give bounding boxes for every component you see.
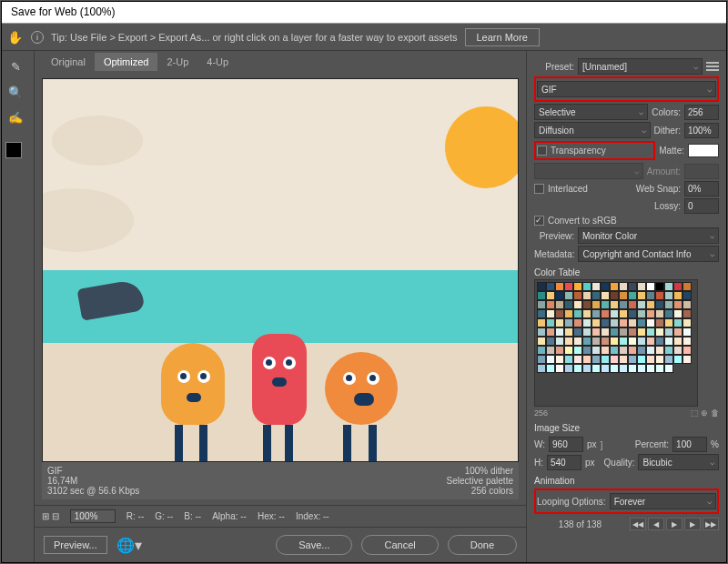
color-swatch[interactable] [628, 327, 637, 337]
color-swatch[interactable] [619, 300, 628, 309]
color-swatch[interactable] [610, 300, 619, 309]
color-swatch[interactable] [546, 346, 555, 355]
color-swatch[interactable] [537, 364, 546, 373]
color-swatch[interactable] [637, 291, 646, 300]
color-swatch[interactable] [655, 291, 664, 300]
quality-select[interactable]: Bicubic [638, 454, 719, 470]
color-swatch[interactable] [537, 300, 546, 309]
color-swatch[interactable] [682, 282, 692, 291]
color-swatch[interactable] [655, 355, 664, 364]
color-swatch[interactable] [592, 291, 601, 300]
ct-new-icon[interactable]: ⊕ [701, 408, 708, 418]
eyedropper-tool-icon[interactable]: ✍ [5, 107, 25, 127]
tab-optimized[interactable]: Optimized [95, 53, 158, 71]
color-swatch[interactable] [646, 346, 655, 355]
hand-tool-icon[interactable]: ✋ [5, 28, 24, 46]
color-swatch[interactable] [628, 355, 637, 364]
color-swatch[interactable] [564, 364, 573, 373]
color-swatch[interactable] [628, 364, 637, 373]
color-swatch[interactable] [555, 291, 564, 300]
color-swatch[interactable] [592, 318, 601, 327]
eyedropper-color-swatch[interactable] [5, 142, 22, 158]
preset-select[interactable]: [Unnamed] [578, 58, 703, 75]
transparency-dither-select[interactable] [534, 163, 643, 179]
srgb-checkbox[interactable] [534, 216, 544, 226]
color-swatch[interactable] [673, 309, 682, 318]
color-swatch[interactable] [537, 355, 546, 364]
color-swatch[interactable] [592, 364, 601, 373]
zoom-tool-icon[interactable]: 🔍 [5, 82, 25, 102]
color-swatch[interactable] [582, 346, 592, 355]
websnap-field[interactable] [684, 181, 719, 196]
color-swatch[interactable] [573, 282, 582, 291]
color-swatch[interactable] [573, 355, 582, 364]
preview-canvas[interactable] [42, 78, 519, 462]
color-swatch[interactable] [601, 337, 610, 346]
color-swatch[interactable] [682, 318, 692, 327]
color-swatch[interactable] [610, 309, 619, 318]
color-swatch[interactable] [546, 291, 555, 300]
color-swatch[interactable] [637, 300, 646, 309]
color-swatch[interactable] [628, 346, 637, 355]
anim-next-button[interactable]: ▶ [684, 518, 701, 530]
color-swatch[interactable] [637, 364, 646, 373]
color-swatch[interactable] [582, 291, 592, 300]
color-swatch[interactable] [664, 309, 673, 318]
transparency-checkbox[interactable] [537, 146, 547, 156]
color-swatch[interactable] [582, 309, 592, 318]
slice-select-tool-icon[interactable]: ✎ [5, 56, 25, 76]
color-swatch[interactable] [646, 318, 655, 327]
tab-4up[interactable]: 4-Up [197, 53, 238, 71]
color-swatch[interactable] [682, 327, 692, 337]
color-swatch[interactable] [555, 309, 564, 318]
color-swatch[interactable] [673, 327, 682, 337]
color-swatch[interactable] [628, 300, 637, 309]
color-swatch[interactable] [610, 337, 619, 346]
color-swatch[interactable] [546, 318, 555, 327]
color-swatch[interactable] [619, 337, 628, 346]
done-button[interactable]: Done [448, 535, 517, 555]
color-swatch[interactable] [546, 327, 555, 337]
color-swatch[interactable] [601, 300, 610, 309]
height-field[interactable] [547, 455, 581, 470]
color-swatch[interactable] [673, 318, 682, 327]
color-swatch[interactable] [564, 291, 573, 300]
colors-field[interactable] [684, 105, 719, 120]
color-swatch[interactable] [582, 327, 592, 337]
color-swatch[interactable] [655, 327, 664, 337]
color-swatch[interactable] [537, 282, 546, 291]
lossy-field[interactable] [684, 198, 719, 214]
color-swatch[interactable] [637, 355, 646, 364]
color-swatch[interactable] [592, 355, 601, 364]
ct-lock-icon[interactable]: ⬚ [691, 408, 699, 418]
percent-field[interactable] [672, 437, 707, 452]
color-swatch[interactable] [646, 309, 655, 318]
color-swatch[interactable] [546, 355, 555, 364]
color-swatch[interactable] [573, 300, 582, 309]
color-swatch[interactable] [537, 309, 546, 318]
color-swatch[interactable] [664, 337, 673, 346]
color-swatch[interactable] [601, 291, 610, 300]
color-swatch[interactable] [573, 291, 582, 300]
color-swatch[interactable] [628, 309, 637, 318]
color-swatch[interactable] [601, 318, 610, 327]
color-swatch[interactable] [555, 282, 564, 291]
color-swatch[interactable] [555, 346, 564, 355]
color-swatch[interactable] [537, 318, 546, 327]
color-swatch[interactable] [673, 291, 682, 300]
color-swatch[interactable] [564, 318, 573, 327]
color-swatch[interactable] [582, 355, 592, 364]
color-swatch[interactable] [592, 309, 601, 318]
color-swatch[interactable] [610, 346, 619, 355]
color-table-grid[interactable] [534, 279, 698, 407]
color-swatch[interactable] [610, 355, 619, 364]
color-swatch[interactable] [582, 282, 592, 291]
color-swatch[interactable] [592, 327, 601, 337]
color-swatch[interactable] [637, 282, 646, 291]
color-swatch[interactable] [619, 291, 628, 300]
width-field[interactable] [549, 437, 583, 452]
color-swatch[interactable] [637, 318, 646, 327]
zoom-select[interactable] [70, 509, 116, 523]
metadata-select[interactable]: Copyright and Contact Info [578, 246, 719, 262]
color-swatch[interactable] [682, 309, 692, 318]
